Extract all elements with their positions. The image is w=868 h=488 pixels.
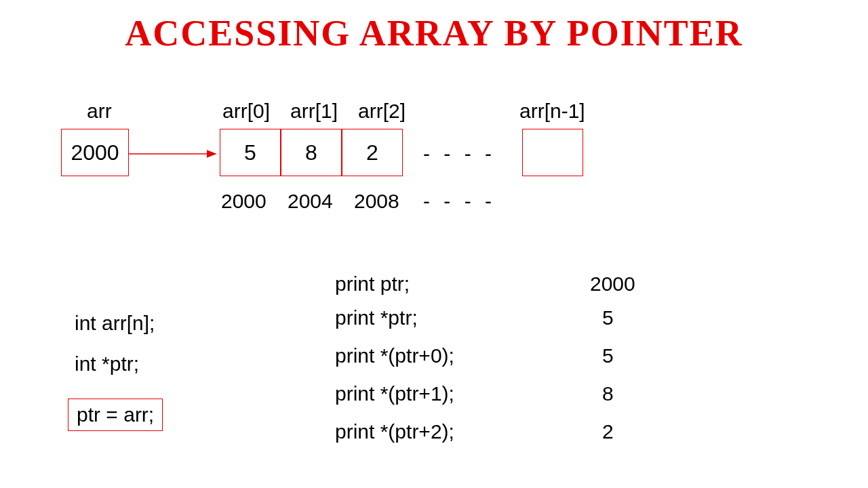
arr-label: arr [87, 100, 112, 123]
print-stmt-1: print *ptr; [335, 306, 418, 329]
print-stmt-0: print ptr; [335, 272, 410, 296]
print-stmt-4: print *(ptr+2); [335, 420, 454, 443]
print-val-0: 2000 [590, 272, 635, 296]
page-title: ACCESSING ARRAY BY POINTER [0, 12, 868, 54]
cell-value-2: 2 [366, 140, 378, 165]
dashes-bottom: - - - - [423, 190, 496, 213]
code-assign-box: ptr = arr; [68, 399, 163, 431]
cell-label-0: arr[0] [222, 100, 270, 123]
print-stmt-2: print *(ptr+0); [335, 344, 454, 367]
cell-box-last [522, 129, 583, 176]
dashes-top: - - - - [423, 142, 496, 165]
cell-addr-2: 2008 [354, 190, 399, 213]
cell-addr-1: 2004 [288, 190, 333, 213]
cell-box-2: 2 [342, 129, 403, 176]
arr-pointer-box: 2000 [61, 129, 129, 176]
cell-value-0: 5 [244, 140, 256, 165]
code-decl-ptr: int *ptr; [75, 352, 139, 375]
cell-box-0: 5 [220, 129, 281, 176]
cell-box-1: 8 [281, 129, 342, 176]
code-decl-array: int arr[n]; [75, 312, 155, 335]
cell-label-last: arr[n-1] [519, 100, 585, 123]
pointer-arrow [129, 152, 220, 159]
print-val-2: 5 [602, 344, 614, 367]
cell-label-1: arr[1] [290, 100, 338, 123]
print-val-4: 2 [602, 420, 614, 443]
cell-value-1: 8 [305, 140, 317, 165]
cell-addr-0: 2000 [221, 190, 267, 213]
arr-pointer-value: 2000 [71, 140, 119, 165]
print-stmt-3: print *(ptr+1); [335, 382, 454, 405]
cell-label-2: arr[2] [358, 100, 406, 123]
code-assign: ptr = arr; [77, 403, 154, 426]
print-val-1: 5 [602, 306, 614, 329]
print-val-3: 8 [602, 382, 614, 405]
